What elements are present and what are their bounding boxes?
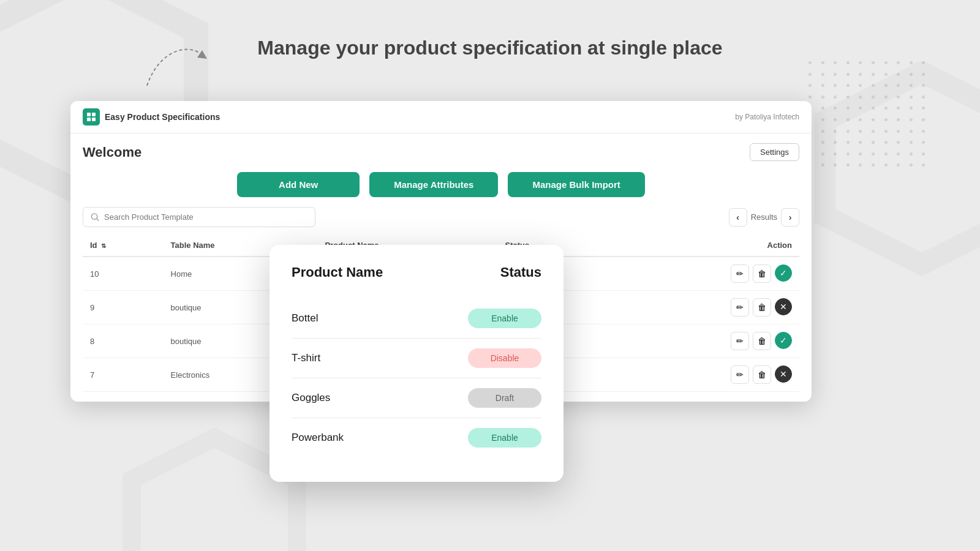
pagination-prev-button[interactable]: ‹ (729, 208, 747, 227)
settings-button[interactable]: Settings (750, 143, 799, 161)
welcome-heading: Welcome (83, 144, 141, 160)
pagination-results-label: Results (751, 212, 777, 222)
popup-col-status: Status (500, 264, 541, 280)
edit-button[interactable]: ✏ (731, 332, 749, 350)
popup-status-badge: Enable (468, 428, 541, 448)
sort-icon-id: ⇅ (101, 242, 106, 249)
delete-button[interactable]: 🗑 (753, 332, 771, 350)
dot-pattern: for(let i=0;i<100;i++) document.currentS… (809, 61, 931, 171)
cell-id: 8 (83, 324, 164, 358)
popup-product-row: Goggles Draft (292, 378, 541, 418)
app-header: Easy Product Specifications by Patoliya … (70, 101, 812, 133)
col-header-id: Id ⇅ (83, 234, 164, 257)
dashed-arrow (141, 37, 214, 92)
svg-rect-8 (92, 118, 96, 121)
add-new-button[interactable]: Add New (237, 172, 360, 197)
edit-button[interactable]: ✏ (731, 264, 749, 283)
app-logo-area: Easy Product Specifications (83, 108, 220, 126)
popup-product-name: T-shirt (292, 352, 320, 364)
action-buttons-row: Add New Manage Attributes Manage Bulk Im… (83, 172, 799, 197)
search-box (83, 207, 315, 227)
popup-product-name: Bottel (292, 312, 318, 324)
edit-button[interactable]: ✏ (731, 365, 749, 384)
cell-action: ✏🗑✕ (600, 358, 799, 392)
cell-id: 10 (83, 257, 164, 291)
delete-button[interactable]: 🗑 (753, 365, 771, 384)
search-pagination-row: ‹ Results › (83, 207, 799, 227)
svg-point-9 (91, 214, 97, 219)
popup-items: Bottel Enable T-shirt Disable Goggles Dr… (292, 299, 541, 457)
pagination-next-button[interactable]: › (781, 208, 799, 227)
popup-product-row: Powerbank Enable (292, 418, 541, 457)
svg-rect-6 (92, 113, 96, 116)
manage-attributes-button[interactable]: Manage Attributes (369, 172, 498, 197)
page-tagline: Manage your product specification at sin… (257, 37, 722, 59)
delete-button[interactable]: 🗑 (753, 264, 771, 283)
manage-bulk-import-button[interactable]: Manage Bulk Import (508, 172, 644, 197)
svg-line-10 (97, 219, 99, 220)
welcome-row: Welcome Settings (83, 143, 799, 161)
popup-card: Product Name Status Bottel Enable T-shir… (270, 245, 564, 482)
popup-col-product-name: Product Name (292, 264, 383, 280)
app-title: Easy Product Specifications (105, 112, 220, 122)
delete-button[interactable]: 🗑 (753, 298, 771, 317)
reject-button[interactable]: ✕ (775, 365, 792, 383)
svg-rect-5 (87, 113, 91, 116)
reject-button[interactable]: ✕ (775, 298, 792, 315)
popup-status-badge: Disable (468, 348, 541, 368)
popup-header-row: Product Name Status (292, 264, 541, 287)
app-byline: by Patoliya Infotech (735, 113, 799, 121)
popup-product-row: Bottel Enable (292, 299, 541, 339)
app-logo-icon (83, 108, 100, 126)
col-header-action: Action (600, 234, 799, 257)
search-input[interactable] (104, 212, 307, 222)
cell-action: ✏🗑✓ (600, 324, 799, 358)
cell-action: ✏🗑✓ (600, 257, 799, 291)
confirm-button[interactable]: ✓ (775, 264, 792, 282)
popup-product-row: T-shirt Disable (292, 339, 541, 378)
edit-button[interactable]: ✏ (731, 298, 749, 317)
svg-marker-3 (197, 50, 207, 59)
svg-rect-7 (87, 118, 91, 121)
popup-product-name: Goggles (292, 392, 330, 404)
popup-status-badge: Draft (468, 388, 541, 408)
cell-id: 9 (83, 291, 164, 324)
confirm-button[interactable]: ✓ (775, 332, 792, 349)
cell-id: 7 (83, 358, 164, 392)
cell-action: ✏🗑✕ (600, 291, 799, 324)
pagination-area: ‹ Results › (729, 208, 799, 227)
popup-status-badge: Enable (468, 309, 541, 328)
search-icon (91, 212, 99, 222)
popup-product-name: Powerbank (292, 432, 344, 444)
